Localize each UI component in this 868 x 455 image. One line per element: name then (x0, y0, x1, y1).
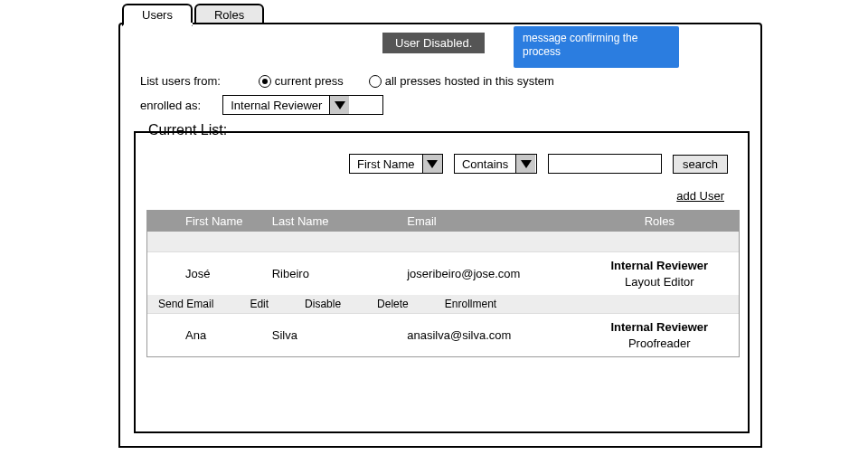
action-disable[interactable]: Disable (299, 298, 346, 310)
stage: Users Roles User Disabled. message confi… (0, 0, 868, 455)
cell-last-name: Silva (265, 325, 401, 346)
cell-email: anasilva@silva.com (400, 325, 580, 346)
search-button[interactable]: search (673, 155, 728, 174)
filters: List users from: current press all press… (140, 74, 737, 122)
action-enrollment[interactable]: Enrollment (439, 298, 502, 310)
search-field-dropdown[interactable]: First Name (349, 154, 443, 174)
radio-current-press[interactable]: current press (259, 74, 344, 88)
action-edit[interactable]: Edit (244, 298, 274, 310)
enrolled-as-value: Internal Reviewer (223, 96, 329, 114)
radio-all-presses[interactable]: all presses hosted in this system (369, 74, 554, 88)
chevron-down-icon (329, 96, 349, 114)
cell-email: joseribeiro@jose.com (400, 263, 580, 284)
table-row[interactable]: Ana Silva anasilva@silva.com Internal Re… (147, 313, 739, 356)
role-secondary: Layout Editor (588, 274, 731, 290)
search-match-dropdown[interactable]: Contains (454, 154, 537, 174)
table-row[interactable]: José Ribeiro joseribeiro@jose.com Intern… (147, 251, 739, 295)
table-spacer (147, 232, 739, 251)
role-primary: Internal Reviewer (588, 258, 731, 274)
search-row: First Name Contains search (136, 154, 748, 174)
cell-first-name: Ana (147, 325, 265, 346)
row-actions: Send Email Edit Disable Delete Enrollmen… (147, 295, 739, 313)
action-delete[interactable]: Delete (372, 298, 414, 310)
search-input[interactable] (548, 154, 662, 174)
cell-first-name: José (147, 263, 265, 284)
cell-last-name: Ribeiro (265, 263, 401, 284)
radio-all-label: all presses hosted in this system (385, 74, 554, 88)
col-last-name: Last Name (265, 211, 401, 232)
tab-active-mask (124, 23, 193, 25)
role-secondary: Proofreader (588, 336, 731, 352)
search-match-value: Contains (455, 155, 515, 173)
col-roles: Roles (580, 211, 739, 232)
col-first-name: First Name (147, 211, 265, 232)
cell-roles: Internal Reviewer Layout Editor (580, 254, 739, 293)
chevron-down-icon (422, 155, 442, 173)
radio-icon (259, 75, 271, 88)
role-primary: Internal Reviewer (588, 319, 731, 336)
users-table: First Name Last Name Email Roles José Ri… (146, 210, 740, 357)
annotation-callout: message confirming the process (514, 26, 679, 68)
col-email: Email (400, 211, 580, 232)
list-from-label: List users from: (140, 74, 221, 88)
table-header: First Name Last Name Email Roles (147, 211, 739, 232)
notification-toast: User Disabled. (382, 33, 485, 53)
add-user-link[interactable]: add User (676, 189, 724, 203)
current-list-fieldset: First Name Contains search add User Firs… (134, 131, 750, 433)
radio-current-label: current press (275, 74, 344, 88)
action-send-email[interactable]: Send Email (153, 298, 219, 310)
search-field-value: First Name (350, 155, 422, 173)
enrolled-as-dropdown[interactable]: Internal Reviewer (222, 95, 383, 115)
enrolled-as-label: enrolled as: (140, 99, 201, 112)
cell-roles: Internal Reviewer Proofreader (580, 316, 739, 355)
chevron-down-icon (515, 155, 535, 173)
radio-icon (369, 75, 382, 88)
